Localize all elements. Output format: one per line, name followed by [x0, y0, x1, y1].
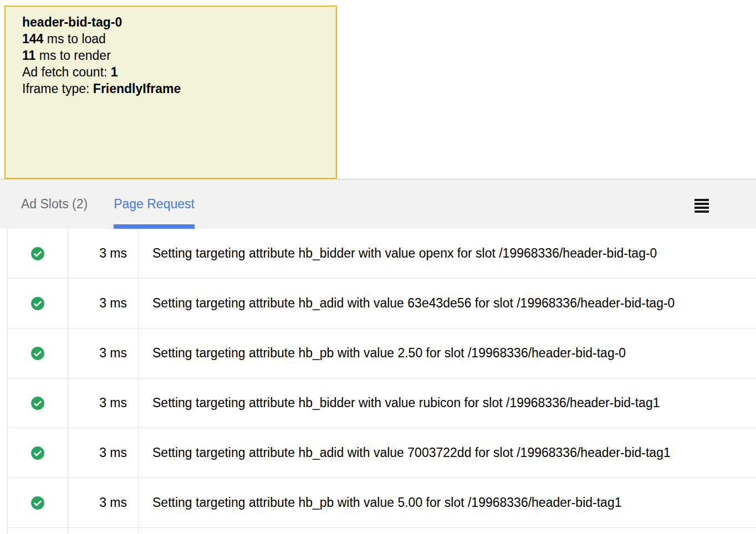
slot-name: header-bid-tag-0	[22, 14, 319, 30]
log-row: 3 ms Setting targeting attribute hb_adid…	[7, 279, 756, 328]
log-time: 3 ms	[68, 478, 139, 527]
status-cell	[7, 229, 68, 278]
check-circle-icon	[30, 446, 45, 460]
check-circle-icon	[30, 396, 45, 410]
status-cell	[7, 528, 68, 534]
tab-ad-slots[interactable]: Ad Slots (2)	[21, 179, 88, 229]
tab-page-request-label: Page Request	[114, 197, 195, 212]
log-row: 3 ms Setting targeting attribute hb_pb w…	[7, 328, 756, 378]
tab-page-request[interactable]: Page Request	[114, 179, 195, 229]
list-icon-bar	[694, 207, 709, 209]
log-time: 3 ms	[68, 229, 139, 278]
render-time-line: 11 ms to render	[22, 47, 319, 64]
log-message: Setting targeting attribute hb_pb with v…	[139, 478, 756, 527]
status-cell	[7, 478, 68, 527]
check-circle-icon	[30, 296, 45, 311]
status-cell	[7, 279, 68, 328]
console-tabbar: Ad Slots (2) Page Request	[0, 179, 756, 229]
list-icon-bar	[694, 199, 709, 201]
check-circle-icon	[30, 247, 45, 261]
log-time: 3 ms	[68, 279, 139, 328]
log-time: 3 ms	[68, 328, 139, 378]
check-circle-icon	[30, 346, 45, 361]
log-message: Setting targeting attribute hb_bidder wi…	[139, 229, 756, 278]
status-cell	[7, 328, 68, 378]
slot-info-overlay: header-bid-tag-0 144 ms to load 11 ms to…	[4, 6, 337, 179]
fetch-count-line: Ad fetch count: 1	[22, 64, 319, 80]
status-cell	[7, 428, 68, 477]
log-row: 3 ms Setting targeting attribute hb_pb w…	[7, 478, 756, 528]
log-message	[139, 528, 756, 534]
log-message: Setting targeting attribute hb_pb with v…	[139, 328, 756, 378]
log-time: 3 ms	[68, 378, 139, 428]
list-icon[interactable]	[694, 199, 709, 213]
load-time-line: 144 ms to load	[22, 30, 319, 47]
check-circle-icon	[30, 496, 45, 510]
status-cell	[7, 378, 68, 428]
log-message: Setting targeting attribute hb_bidder wi…	[139, 378, 756, 428]
list-icon-bar	[694, 210, 709, 213]
page-request-log: 3 ms Setting targeting attribute hb_bidd…	[7, 229, 756, 534]
tab-ad-slots-label: Ad Slots (2)	[21, 197, 88, 212]
log-time: 3 ms	[68, 428, 139, 477]
iframe-type-line: Iframe type: FriendlyIframe	[22, 80, 319, 97]
log-row: 3 ms Setting targeting attribute hb_adid…	[7, 428, 756, 478]
log-row: 3 ms Setting targeting attribute hb_bidd…	[7, 378, 756, 428]
log-row-partial	[7, 528, 756, 534]
log-time	[68, 528, 139, 534]
log-row: 3 ms Setting targeting attribute hb_bidd…	[7, 229, 756, 279]
list-icon-bar	[694, 203, 709, 205]
log-message: Setting targeting attribute hb_adid with…	[139, 428, 756, 477]
log-message: Setting targeting attribute hb_adid with…	[139, 279, 756, 328]
